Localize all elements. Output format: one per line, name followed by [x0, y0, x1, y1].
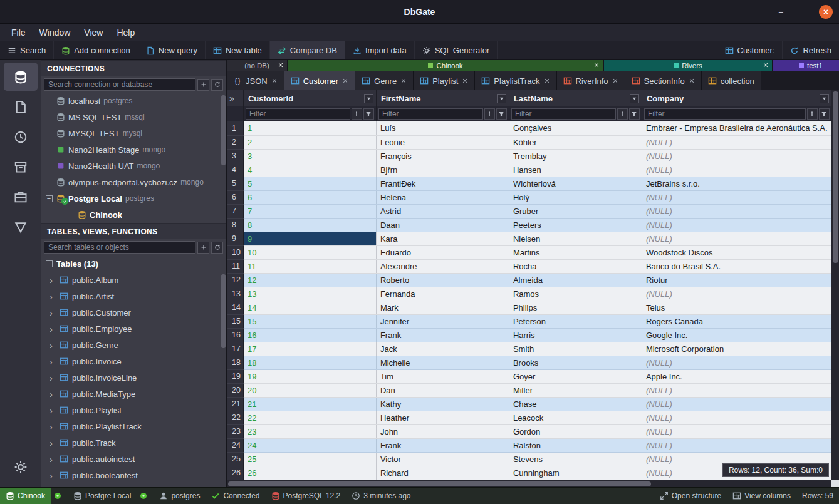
- row-number[interactable]: 17: [227, 342, 243, 356]
- row-number[interactable]: 26: [227, 466, 243, 480]
- cell-id[interactable]: 2: [243, 135, 376, 149]
- toolbar-button[interactable]: Refresh: [782, 41, 839, 59]
- toolbar-button[interactable]: Add connection: [54, 41, 138, 59]
- tab[interactable]: JSON: [227, 71, 284, 90]
- menu-item[interactable]: View: [78, 26, 109, 39]
- toolbar-button[interactable]: Import data: [345, 41, 415, 59]
- table-item[interactable]: public.Employee: [41, 321, 226, 337]
- row-number[interactable]: 15: [227, 314, 243, 328]
- panel-scrollbar-thumb[interactable]: [221, 274, 226, 348]
- cell-company[interactable]: Riotur: [642, 273, 831, 287]
- tab[interactable]: collection: [702, 71, 761, 90]
- cell-id[interactable]: 17: [243, 342, 376, 356]
- expand-chevron-icon[interactable]: [50, 455, 56, 464]
- horizontal-scrollbar[interactable]: [227, 480, 831, 487]
- grid-row[interactable]: 1717JackSmithMicrosoft Corporation1 Micr…: [227, 342, 839, 356]
- connection-item[interactable]: Chinook: [41, 207, 226, 223]
- cell-company[interactable]: Woodstock Discos: [642, 245, 831, 259]
- cell-last[interactable]: Ramos: [509, 287, 642, 301]
- cell-first[interactable]: Leonie: [376, 135, 509, 149]
- tab[interactable]: Genre: [355, 71, 414, 90]
- cell-first[interactable]: Jennifer: [376, 314, 509, 328]
- cell-id[interactable]: 8: [243, 218, 376, 232]
- cell-first[interactable]: Kara: [376, 232, 509, 245]
- cell-first[interactable]: Richard: [376, 466, 509, 480]
- table-item[interactable]: public.Customer: [41, 304, 226, 321]
- table-item[interactable]: public.Invoice: [41, 353, 226, 369]
- row-number[interactable]: 5: [227, 177, 243, 190]
- row-number[interactable]: 22: [227, 411, 243, 424]
- grid-row[interactable]: 2323JohnGordon(NULL)69 Salem Street: [227, 424, 839, 438]
- row-number[interactable]: 14: [227, 301, 243, 314]
- cell-first[interactable]: Fernanda: [376, 287, 509, 301]
- connection-search-input[interactable]: [44, 78, 195, 91]
- cell-last[interactable]: Stevens: [509, 452, 642, 466]
- menu-item[interactable]: File: [5, 26, 32, 39]
- cell-company[interactable]: (NULL): [642, 397, 831, 411]
- cell-last[interactable]: Holý: [509, 190, 642, 204]
- connection-item[interactable]: localhost postgres: [41, 93, 226, 109]
- sidebar-icon-button[interactable]: [4, 183, 38, 211]
- cell-last[interactable]: Martins: [509, 245, 642, 259]
- refresh-connections-button[interactable]: [211, 79, 223, 91]
- sidebar-icon-button[interactable]: [4, 153, 38, 181]
- cell-company[interactable]: Telus: [642, 301, 831, 314]
- column-header-first[interactable]: FirstName: [376, 90, 509, 106]
- grid-row[interactable]: 66HelenaHolý(NULL)Rilská 3174/6: [227, 190, 839, 204]
- close-icon[interactable]: [763, 62, 769, 68]
- cell-id[interactable]: 25: [243, 452, 376, 466]
- database-tab-group[interactable]: test1: [773, 60, 839, 71]
- collapse-icon[interactable]: [46, 195, 53, 202]
- column-header-last[interactable]: LastName: [509, 90, 642, 106]
- grid-row[interactable]: 1515JenniferPetersonRogers Canada700 W P…: [227, 314, 839, 328]
- close-icon[interactable]: [462, 78, 468, 84]
- column-header-id[interactable]: CustomerId: [243, 90, 376, 106]
- cell-company[interactable]: Microsoft Corporation: [642, 342, 831, 356]
- grid-row[interactable]: 22LeonieKöhler(NULL)Theodor-Heuss-Straße…: [227, 135, 839, 149]
- database-tab-group[interactable]: Chinook: [288, 60, 603, 71]
- filter-menu-button[interactable]: [807, 108, 818, 120]
- expand-chevron-icon[interactable]: [50, 471, 56, 480]
- column-dropdown-icon[interactable]: [497, 94, 506, 103]
- scrollbar-thumb[interactable]: [833, 91, 838, 263]
- grid-row[interactable]: 2222HeatherLeacock(NULL)120 S Orange Ave: [227, 411, 839, 424]
- close-icon[interactable]: [593, 62, 600, 68]
- column-dropdown-icon[interactable]: [630, 94, 639, 103]
- cell-id[interactable]: 11: [243, 259, 376, 273]
- cell-id[interactable]: 23: [243, 424, 376, 438]
- tab[interactable]: PlaylistTrack: [475, 71, 556, 90]
- cell-last[interactable]: Peterson: [509, 314, 642, 328]
- grid-row[interactable]: 2020DanMiller(NULL)541 Del Medio Avenue: [227, 383, 839, 397]
- cell-company[interactable]: Apple Inc.: [642, 369, 831, 383]
- grid-row[interactable]: 2121KathyChase(NULL)801 W 4th Street: [227, 397, 839, 411]
- row-number[interactable]: 25: [227, 452, 243, 466]
- grid-row[interactable]: 1818MichelleBrooks(NULL)627 Broadway: [227, 356, 839, 369]
- cell-last[interactable]: Tremblay: [509, 149, 642, 163]
- tab[interactable]: Playlist: [414, 71, 475, 90]
- cell-id[interactable]: 13: [243, 287, 376, 301]
- statusbar-item[interactable]: [51, 488, 68, 504]
- cell-last[interactable]: Gruber: [509, 204, 642, 218]
- statusbar-item[interactable]: 3 minutes ago: [346, 488, 416, 504]
- row-number[interactable]: 13: [227, 287, 243, 301]
- statusbar-item[interactable]: [137, 488, 154, 504]
- toolbar-button[interactable]: Compare DB: [270, 41, 345, 59]
- close-icon[interactable]: [612, 78, 618, 84]
- cell-first[interactable]: Dan: [376, 383, 509, 397]
- cell-company[interactable]: (NULL): [642, 218, 831, 232]
- scrollbar-thumb[interactable]: [228, 481, 651, 486]
- cell-first[interactable]: John: [376, 424, 509, 438]
- close-icon[interactable]: [400, 78, 407, 84]
- cell-id[interactable]: 12: [243, 273, 376, 287]
- cell-last[interactable]: Philips: [509, 301, 642, 314]
- cell-company[interactable]: (NULL): [642, 411, 831, 424]
- column-dropdown-icon[interactable]: [820, 94, 829, 103]
- cell-first[interactable]: Mark: [376, 301, 509, 314]
- statusbar-item[interactable]: Connected: [206, 488, 265, 504]
- grid-row[interactable]: 99KaraNielsen(NULL)Sřnder Boulevard 51: [227, 232, 839, 245]
- refresh-objects-button[interactable]: [211, 242, 223, 254]
- cell-first[interactable]: Eduardo: [376, 245, 509, 259]
- table-item[interactable]: public.autoinctest: [41, 451, 226, 467]
- statusbar-item[interactable]: Open structure: [654, 488, 727, 504]
- cell-last[interactable]: Leacock: [509, 411, 642, 424]
